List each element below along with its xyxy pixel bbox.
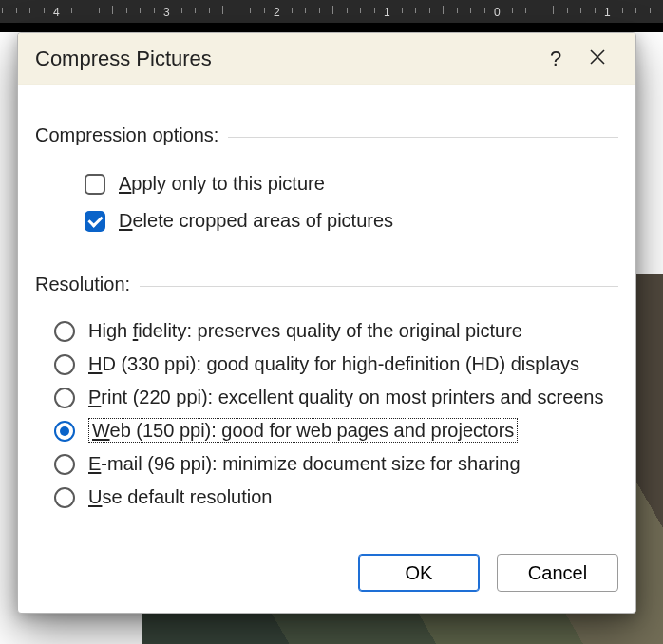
help-button[interactable]: ? <box>535 47 577 71</box>
ruler-label: 0 <box>494 6 501 19</box>
apply-only-checkbox[interactable] <box>85 174 105 195</box>
delete-cropped-option[interactable]: Delete cropped areas of pictures <box>35 202 618 239</box>
compression-options-header: Compression options: <box>35 111 618 158</box>
ruler-label: 4 <box>53 6 60 19</box>
delete-cropped-label: Delete cropped areas of pictures <box>119 210 393 232</box>
resolution-radio-print[interactable] <box>54 388 75 408</box>
compression-options-label: Compression options: <box>35 124 218 146</box>
dialog-titlebar: Compress Pictures ? <box>18 33 635 85</box>
ruler-edge <box>0 23 663 32</box>
resolution-option-high[interactable]: High fidelity: preserves quality of the … <box>35 314 618 348</box>
resolution-radio-hd[interactable] <box>54 354 75 375</box>
resolution-label-high: High fidelity: preserves quality of the … <box>88 320 522 342</box>
resolution-radio-high[interactable] <box>54 321 75 342</box>
resolution-option-email[interactable]: E-mail (96 ppi): minimize document size … <box>35 447 618 481</box>
apply-only-label: Apply only to this picture <box>119 173 325 195</box>
resolution-option-hd[interactable]: HD (330 ppi): good quality for high-defi… <box>35 348 618 381</box>
resolution-label-web: Web (150 ppi): good for web pages and pr… <box>88 420 518 442</box>
resolution-options: High fidelity: preserves quality of the … <box>35 314 618 514</box>
resolution-radio-web[interactable] <box>54 421 75 442</box>
ruler-label: 1 <box>384 6 390 19</box>
resolution-radio-default[interactable] <box>54 487 75 508</box>
horizontal-ruler: 432101 <box>0 0 663 23</box>
resolution-option-print[interactable]: Print (220 ppi): excellent quality on mo… <box>35 381 618 414</box>
resolution-header: Resolution: <box>35 260 618 307</box>
ruler-label: 3 <box>163 6 170 19</box>
ruler-label: 2 <box>274 6 280 19</box>
ruler-ticks: 432101 <box>0 0 663 23</box>
compress-pictures-dialog: Compress Pictures ? Compression options:… <box>17 32 636 614</box>
apply-only-option[interactable]: Apply only to this picture <box>35 165 618 202</box>
close-icon <box>589 48 606 66</box>
resolution-option-web[interactable]: Web (150 ppi): good for web pages and pr… <box>35 414 618 447</box>
delete-cropped-checkbox[interactable] <box>85 211 105 232</box>
ok-button[interactable]: OK <box>358 554 480 592</box>
dialog-title: Compress Pictures <box>35 47 535 71</box>
ruler-label: 1 <box>604 6 611 19</box>
dialog-body: Compression options: Apply only to this … <box>18 85 635 535</box>
resolution-label-hd: HD (330 ppi): good quality for high-defi… <box>88 353 579 375</box>
resolution-label-default: Use default resolution <box>88 486 272 508</box>
resolution-label-print: Print (220 ppi): excellent quality on mo… <box>88 387 604 408</box>
close-button[interactable] <box>577 47 618 71</box>
resolution-label: Resolution: <box>35 274 130 295</box>
resolution-radio-email[interactable] <box>54 454 75 475</box>
cancel-button[interactable]: Cancel <box>497 554 618 592</box>
resolution-option-default[interactable]: Use default resolution <box>35 481 618 514</box>
resolution-label-email: E-mail (96 ppi): minimize document size … <box>88 453 521 475</box>
dialog-footer: OK Cancel <box>18 535 635 613</box>
